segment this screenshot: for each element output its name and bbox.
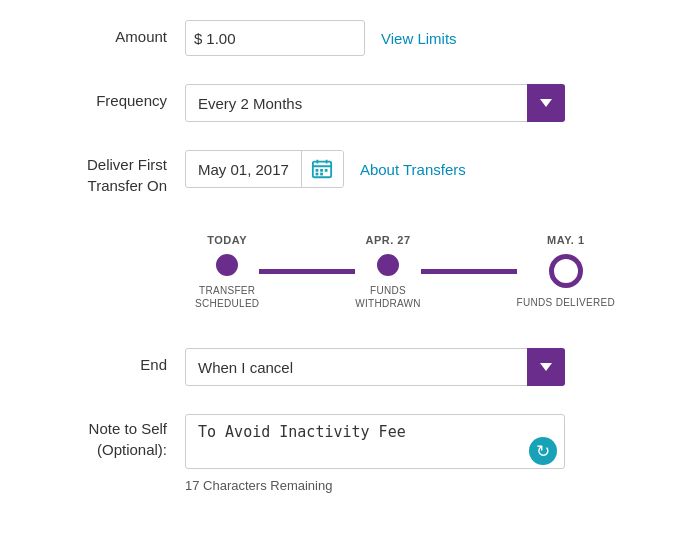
- calendar-button[interactable]: [301, 150, 343, 188]
- timeline-node-3-bottom-label: FUNDS DELIVERED: [517, 296, 615, 309]
- deliver-label: Deliver First Transfer On: [30, 150, 185, 196]
- timeline-node-3: MAY. 1 FUNDS DELIVERED: [517, 234, 615, 309]
- deliver-label-line2: Transfer On: [88, 177, 167, 194]
- svg-rect-8: [321, 173, 324, 176]
- timeline-container: TODAY TRANSFERSCHEDULED APR. 27 FUNDSWIT…: [195, 234, 615, 310]
- about-transfers-link[interactable]: Transfers: [403, 161, 466, 178]
- frequency-label: Frequency: [30, 84, 185, 109]
- timeline-node-2-circle: [377, 254, 399, 276]
- timeline-line-2: [421, 269, 517, 274]
- amount-input[interactable]: [206, 30, 326, 47]
- note-label-line2: (Optional):: [97, 441, 167, 458]
- timeline-node-1-top-label: TODAY: [207, 234, 247, 246]
- svg-rect-6: [325, 169, 328, 172]
- date-wrapper: May 01, 2017 About Transfers: [185, 150, 466, 188]
- dollar-sign: $: [194, 30, 202, 47]
- end-select-wrapper: When I cancel After number of transfers …: [185, 348, 565, 386]
- svg-rect-7: [316, 173, 319, 176]
- note-textarea[interactable]: To Avoid Inactivity Fee: [185, 414, 565, 469]
- timeline-node-2-bottom-label: FUNDSWITHDRAWN: [355, 284, 421, 310]
- frequency-select[interactable]: Every Month Every 2 Months Every 3 Month…: [185, 84, 565, 122]
- amount-row: Amount $ View Limits: [30, 20, 662, 56]
- date-input-box: May 01, 2017: [185, 150, 344, 188]
- about-transfers: About Transfers: [360, 161, 466, 178]
- timeline-line-1: [259, 269, 355, 274]
- note-label-line1: Note to Self: [89, 420, 167, 437]
- deliver-label-line1: Deliver First: [87, 156, 167, 173]
- timeline-node-2-top-label: APR. 27: [365, 234, 410, 246]
- timeline-node-1-bottom-label: TRANSFERSCHEDULED: [195, 284, 259, 310]
- timeline-node-3-circle: [549, 254, 583, 288]
- deliver-row: Deliver First Transfer On May 01, 2017: [30, 150, 662, 196]
- view-limits-link[interactable]: View Limits: [381, 30, 457, 47]
- note-row: Note to Self (Optional): To Avoid Inacti…: [30, 414, 662, 493]
- date-text: May 01, 2017: [186, 161, 301, 178]
- note-wrapper: To Avoid Inactivity Fee: [185, 414, 565, 473]
- amount-input-box: $: [185, 20, 365, 56]
- note-label: Note to Self (Optional):: [30, 414, 185, 460]
- chars-remaining: 17 Characters Remaining: [185, 478, 565, 493]
- frequency-row: Frequency Every Month Every 2 Months Eve…: [30, 84, 662, 122]
- note-field-container: To Avoid Inactivity Fee 17 Characters Re…: [185, 414, 565, 493]
- svg-rect-5: [321, 169, 324, 172]
- end-select[interactable]: When I cancel After number of transfers …: [185, 348, 565, 386]
- end-label: End: [30, 348, 185, 373]
- amount-wrapper: $ View Limits: [185, 20, 457, 56]
- timeline-node-1-circle: [216, 254, 238, 276]
- frequency-select-wrapper: Every Month Every 2 Months Every 3 Month…: [185, 84, 565, 122]
- timeline-node-2: APR. 27 FUNDSWITHDRAWN: [355, 234, 421, 310]
- svg-rect-4: [316, 169, 319, 172]
- timeline-node-3-top-label: MAY. 1: [547, 234, 584, 246]
- timeline-node-1: TODAY TRANSFERSCHEDULED: [195, 234, 259, 310]
- refresh-icon[interactable]: [529, 437, 557, 465]
- timeline-section: TODAY TRANSFERSCHEDULED APR. 27 FUNDSWIT…: [185, 224, 662, 320]
- amount-label: Amount: [30, 20, 185, 45]
- end-row: End When I cancel After number of transf…: [30, 348, 662, 386]
- calendar-icon: [311, 158, 333, 180]
